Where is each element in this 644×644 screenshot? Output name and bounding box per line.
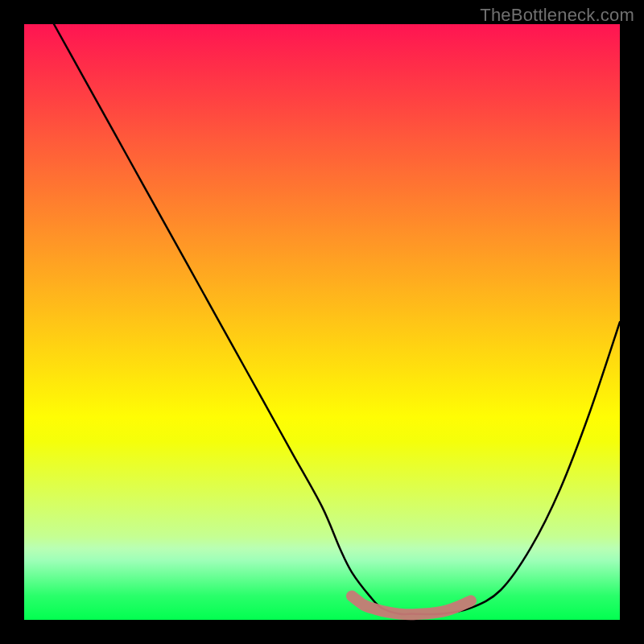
plot-area: [24, 24, 620, 620]
bottleneck-curve: [54, 24, 620, 614]
watermark-text: TheBottleneck.com: [480, 5, 634, 26]
curve-layer: [24, 24, 620, 620]
bottom-marker-band: [352, 596, 471, 614]
chart-frame: TheBottleneck.com: [0, 0, 644, 644]
